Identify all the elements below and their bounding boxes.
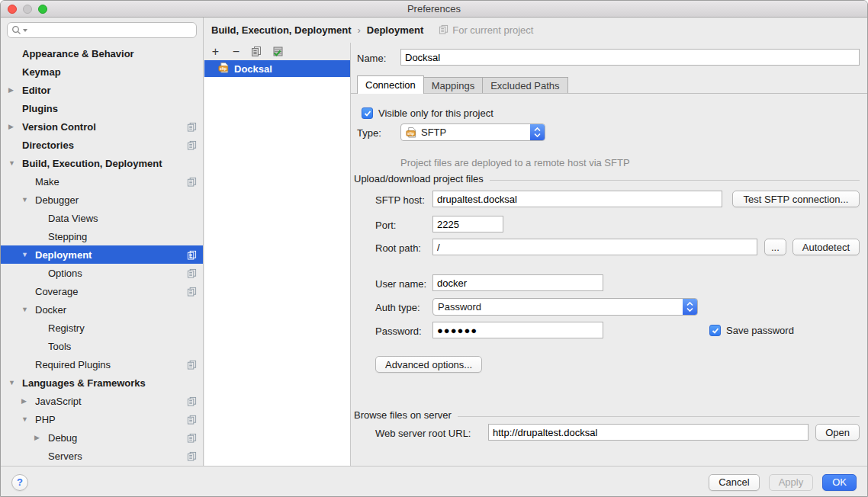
help-button[interactable]: ? — [11, 474, 28, 491]
sidebar-item-options[interactable]: Options — [1, 264, 203, 282]
select-stepper-icon[interactable] — [683, 299, 697, 315]
svg-text:sftp: sftp — [220, 67, 227, 71]
sidebar-item-label: Directories — [22, 139, 74, 151]
settings-sidebar: Appearance & BehaviorKeymap▶EditorPlugin… — [1, 18, 204, 466]
expand-arrow-icon[interactable]: ▶ — [8, 86, 22, 94]
web-root-field[interactable] — [488, 424, 809, 441]
copy-server-button[interactable] — [250, 45, 263, 58]
sidebar-item-make[interactable]: Make — [1, 172, 203, 191]
use-as-default-button[interactable] — [271, 45, 284, 58]
expand-arrow-icon[interactable]: ▶ — [34, 434, 48, 441]
tab-mappings[interactable]: Mappings — [423, 77, 483, 94]
sidebar-item-javascript[interactable]: ▶JavaScript — [1, 392, 203, 410]
expand-arrow-icon[interactable]: ▶ — [8, 123, 22, 130]
apply-button[interactable]: Apply — [769, 474, 814, 491]
sidebar-item-appearance-behavior[interactable]: Appearance & Behavior — [1, 44, 203, 63]
breadcrumb: Build, Execution, Deployment › Deploymen… — [204, 18, 868, 43]
sidebar-item-directories[interactable]: Directories — [1, 136, 203, 154]
cancel-button[interactable]: Cancel — [709, 474, 759, 491]
sidebar-item-deployment[interactable]: ▼Deployment — [1, 245, 203, 264]
collapse-arrow-icon[interactable]: ▼ — [8, 379, 22, 386]
sidebar-item-label: Debug — [48, 432, 77, 444]
section-divider — [490, 180, 860, 181]
expand-arrow-icon[interactable]: ▶ — [21, 397, 35, 405]
sidebar-item-required-plugins[interactable]: Required Plugins — [1, 355, 203, 374]
password-field[interactable] — [432, 322, 603, 338]
sidebar-item-editor[interactable]: ▶Editor — [1, 81, 203, 99]
breadcrumb-section[interactable]: Build, Execution, Deployment — [211, 24, 351, 36]
checkbox-checked-icon[interactable] — [362, 107, 373, 119]
sidebar-item-tools[interactable]: Tools — [1, 337, 203, 355]
save-password-label: Save password — [726, 325, 794, 336]
browse-root-path-button[interactable]: ... — [764, 239, 786, 255]
sidebar-item-label: Make — [35, 176, 59, 188]
type-select[interactable]: sftp SFTP — [400, 123, 545, 141]
project-level-icon — [187, 451, 197, 461]
sidebar-item-stepping[interactable]: Stepping — [1, 227, 203, 245]
settings-search[interactable] — [7, 22, 197, 38]
save-password-checkbox[interactable]: Save password — [709, 322, 794, 339]
sidebar-item-label: Languages & Frameworks — [22, 377, 146, 389]
collapse-arrow-icon[interactable]: ▼ — [8, 159, 22, 167]
sidebar-item-debug[interactable]: ▶Debug — [1, 428, 203, 447]
project-level-icon — [187, 177, 197, 187]
user-name-field[interactable] — [432, 274, 603, 291]
user-name-label: User name: — [375, 277, 426, 289]
visible-only-checkbox[interactable]: Visible only for this project — [362, 104, 493, 122]
title-bar[interactable]: Preferences — [1, 1, 867, 18]
name-label: Name: — [357, 52, 386, 63]
sidebar-item-php[interactable]: ▼PHP — [1, 410, 203, 428]
port-label: Port: — [375, 219, 396, 230]
sidebar-item-debugger[interactable]: ▼Debugger — [1, 191, 203, 209]
port-field[interactable] — [432, 216, 503, 232]
collapse-arrow-icon[interactable]: ▼ — [21, 196, 35, 204]
sidebar-item-languages-frameworks[interactable]: ▼Languages & Frameworks — [1, 374, 203, 392]
sidebar-item-label: Registry — [48, 322, 85, 334]
checkbox-checked-icon[interactable] — [709, 325, 721, 336]
sidebar-item-registry[interactable]: Registry — [1, 319, 203, 337]
sftp-file-icon: sftp — [406, 127, 417, 138]
name-field[interactable] — [400, 49, 860, 66]
sidebar-item-label: Servers — [48, 451, 82, 462]
collapse-arrow-icon[interactable]: ▼ — [21, 306, 35, 313]
select-stepper-icon[interactable] — [530, 124, 545, 140]
sidebar-item-data-views[interactable]: Data Views — [1, 209, 203, 227]
zoom-window-icon[interactable] — [38, 5, 47, 14]
sidebar-item-build-execution-deployment[interactable]: ▼Build, Execution, Deployment — [1, 154, 203, 172]
scope-label: For current project — [452, 24, 533, 36]
server-item-docksal[interactable]: sftpDocksal — [204, 60, 350, 77]
autodetect-button[interactable]: Autodetect — [792, 239, 860, 255]
project-level-icon — [187, 122, 197, 132]
remove-server-button[interactable]: − — [230, 45, 243, 58]
duplicate-icon — [251, 46, 262, 57]
sftp-host-field[interactable] — [432, 191, 722, 207]
sidebar-item-label: Docker — [35, 304, 66, 316]
root-path-label: Root path: — [375, 242, 421, 253]
collapse-arrow-icon[interactable]: ▼ — [21, 251, 35, 258]
section-divider — [458, 416, 860, 417]
sidebar-item-version-control[interactable]: ▶Version Control — [1, 117, 203, 136]
tab-connection[interactable]: Connection — [357, 75, 424, 94]
collapse-arrow-icon[interactable]: ▼ — [21, 415, 35, 423]
close-window-icon[interactable] — [8, 5, 17, 14]
sidebar-item-keymap[interactable]: Keymap — [1, 63, 203, 81]
web-root-label: Web server root URL: — [375, 427, 471, 438]
auth-type-select[interactable]: Password — [432, 298, 698, 316]
sidebar-item-label: Version Control — [22, 121, 96, 133]
test-sftp-connection-button[interactable]: Test SFTP connection... — [732, 191, 860, 207]
sidebar-item-label: JavaScript — [35, 396, 82, 407]
advanced-options-button[interactable]: Advanced options... — [375, 356, 482, 373]
server-list-panel: + − sftpDocksal — [204, 43, 350, 466]
search-input[interactable] — [27, 24, 192, 36]
sidebar-item-plugins[interactable]: Plugins — [1, 99, 203, 117]
open-url-button[interactable]: Open — [815, 424, 860, 441]
sidebar-item-servers[interactable]: Servers — [1, 447, 203, 465]
sidebar-item-docker[interactable]: ▼Docker — [1, 300, 203, 319]
tab-excluded-paths[interactable]: Excluded Paths — [482, 77, 567, 94]
project-level-icon — [187, 360, 197, 370]
add-server-button[interactable]: + — [209, 45, 222, 58]
type-value: SFTP — [421, 127, 446, 138]
ok-button[interactable]: OK — [822, 474, 857, 491]
root-path-field[interactable] — [432, 239, 757, 255]
sidebar-item-coverage[interactable]: Coverage — [1, 282, 203, 300]
